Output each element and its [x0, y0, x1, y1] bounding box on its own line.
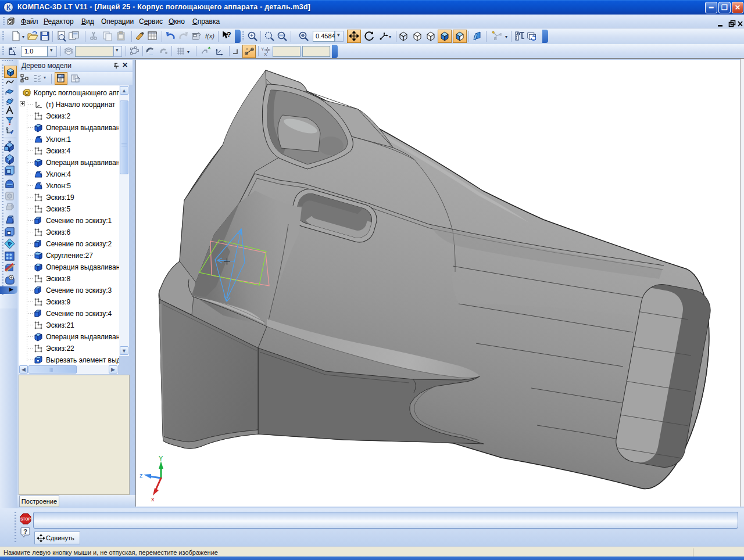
svg-text:?: ?: [23, 528, 27, 535]
svg-text:X: X: [264, 52, 267, 57]
svg-text:z: z: [140, 472, 143, 479]
svg-text:f(x): f(x): [205, 33, 214, 40]
svg-text:...: ...: [149, 52, 153, 56]
svg-text:STOP: STOP: [20, 517, 31, 521]
svg-text:Y: Y: [159, 455, 163, 462]
svg-text:x: x: [151, 496, 155, 502]
svg-text:Y: Y: [261, 46, 264, 52]
svg-text:?: ?: [227, 31, 231, 39]
